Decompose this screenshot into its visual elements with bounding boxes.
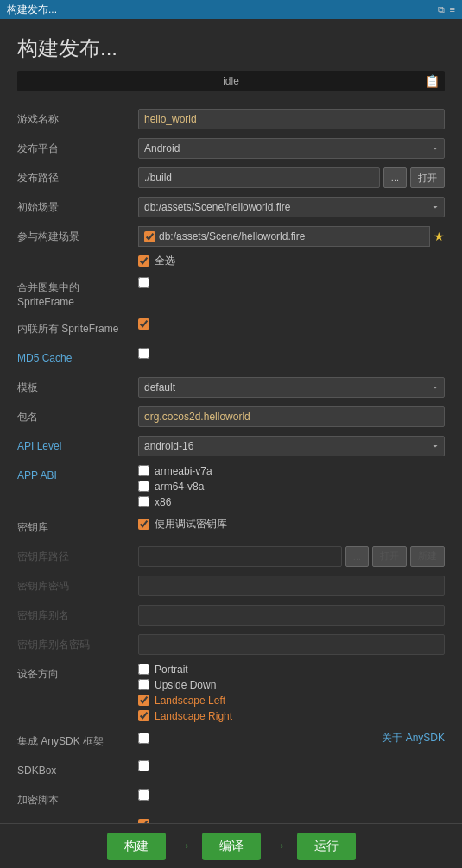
keystore-password-content — [138, 576, 445, 596]
abi-armeabi-label: armeabi-v7a — [155, 465, 212, 477]
abi-arm64-check[interactable] — [138, 481, 149, 492]
inline-sprites-content — [138, 318, 445, 330]
anysdk-check[interactable] — [138, 733, 149, 744]
api-level-row: API Level android-16 android-17 android-… — [17, 436, 445, 456]
orientation-landscape-left-label: Landscape Left — [155, 695, 225, 707]
platform-select[interactable]: Android iOS Web Mobile Web Desktop — [138, 138, 445, 159]
keystore-alias-password-input — [138, 634, 445, 655]
orientation-landscape-right-label: Landscape Right — [155, 710, 232, 722]
platform-row: 发布平台 Android iOS Web Mobile Web Desktop — [17, 138, 445, 159]
abi-item-armeabi: armeabi-v7a — [138, 465, 445, 477]
api-level-label: API Level — [17, 436, 138, 454]
template-label: 模板 — [17, 377, 138, 395]
participate-scene-content: db:/assets/Scene/helloworld.fire ★ 全选 — [138, 226, 445, 268]
initial-scene-select[interactable]: db:/assets/Scene/helloworld.fire — [138, 197, 445, 217]
check-all-row: 全选 — [138, 254, 445, 268]
sdkbox-label: SDKBox — [17, 760, 138, 778]
inline-sprites-label: 内联所有 SpriteFrame — [17, 318, 138, 337]
keystore-password-row: 密钥库密码 — [17, 576, 445, 596]
orientation-upside: Upside Down — [138, 679, 445, 691]
menu-btn[interactable]: ≡ — [450, 4, 455, 16]
orientation-portrait-label: Portrait — [155, 664, 188, 676]
inline-sprites-row: 内联所有 SpriteFrame — [17, 318, 445, 339]
anysdk-inner: 关于 AnySDK — [138, 731, 445, 745]
merge-sprites-content — [138, 277, 445, 288]
orientation-portrait-check[interactable] — [138, 664, 149, 675]
encrypt-script-content — [138, 789, 445, 801]
keystore-row: 密钥库 使用调试密钥库 — [17, 517, 445, 538]
build-path-browse-btn[interactable]: ... — [383, 167, 407, 188]
keystore-alias-input — [138, 605, 445, 626]
restore-btn[interactable]: ⧉ — [438, 4, 445, 16]
scene-item: db:/assets/Scene/helloworld.fire — [138, 226, 430, 247]
app-abi-label: APP ABI — [17, 465, 138, 483]
sdkbox-check[interactable] — [138, 760, 149, 771]
keystore-alias-content — [138, 605, 445, 626]
inline-sprites-check[interactable] — [138, 318, 149, 330]
game-name-input[interactable] — [138, 109, 445, 129]
orientation-landscape-left-check[interactable] — [138, 695, 149, 706]
keystore-open-btn[interactable]: 打开 — [372, 546, 407, 567]
game-name-label: 游戏名称 — [17, 109, 138, 127]
progress-bar-icon[interactable]: 📋 — [425, 74, 440, 88]
keystore-content: 使用调试密钥库 — [138, 517, 445, 531]
package-name-input[interactable] — [138, 406, 445, 427]
anysdk-label: 集成 AnySDK 框架 — [17, 731, 138, 749]
keystore-alias-password-label: 密钥库别名密码 — [17, 634, 138, 652]
keystore-browse-btn[interactable]: ... — [345, 546, 369, 567]
platform-label: 发布平台 — [17, 138, 138, 156]
encrypt-script-check[interactable] — [138, 789, 149, 801]
game-name-row: 游戏名称 — [17, 109, 445, 129]
orientation-upside-check[interactable] — [138, 679, 149, 690]
build-button[interactable]: 构建 — [107, 833, 166, 860]
api-level-select[interactable]: android-16 android-17 android-18 android… — [138, 436, 445, 456]
merge-sprites-row: 合并图集中的 SpriteFrame — [17, 277, 445, 310]
game-name-content — [138, 109, 445, 129]
abi-armeabi-check[interactable] — [138, 465, 149, 476]
anysdk-link[interactable]: 关于 AnySDK — [382, 731, 445, 745]
api-level-content: android-16 android-17 android-18 android… — [138, 436, 445, 456]
scene-item-check[interactable] — [144, 231, 155, 242]
sdkbox-content — [138, 760, 445, 771]
abi-x86-label: x86 — [155, 496, 171, 508]
select-all-label: 全选 — [155, 254, 175, 268]
keystore-check-row: 使用调试密钥库 — [138, 517, 445, 531]
app-abi-row: APP ABI armeabi-v7a arm64-v8a x86 — [17, 465, 445, 508]
participate-scene-row: 参与构建场景 db:/assets/Scene/helloworld.fire … — [17, 226, 445, 268]
md5-row: MD5 Cache — [17, 348, 445, 368]
bottom-bar: 构建 → 编译 → 运行 — [0, 823, 462, 868]
title-bar: 构建发布... ⧉ ≡ — [0, 0, 462, 19]
star-icon[interactable]: ★ — [434, 230, 445, 243]
keystore-alias-row: 密钥库别名 — [17, 605, 445, 626]
template-select[interactable]: default link — [138, 377, 445, 398]
merge-sprites-label: 合并图集中的 SpriteFrame — [17, 277, 138, 310]
orientation-group: Portrait Upside Down Landscape Left Land… — [138, 664, 445, 722]
build-path-open-btn[interactable]: 打开 — [410, 167, 445, 188]
progress-bar-area: idle 📋 — [17, 71, 445, 91]
page-title: 构建发布... — [17, 35, 445, 62]
keystore-check[interactable] — [138, 519, 149, 530]
orientation-upside-label: Upside Down — [155, 679, 216, 691]
build-path-content: ... 打开 — [138, 167, 445, 188]
md5-check[interactable] — [138, 348, 149, 359]
keystore-alias-label: 密钥库别名 — [17, 605, 138, 623]
compile-button[interactable]: 编译 — [202, 833, 261, 860]
select-all-check[interactable] — [138, 255, 149, 267]
encrypt-script-row: 加密脚本 — [17, 789, 445, 810]
abi-item-arm64: arm64-v8a — [138, 481, 445, 493]
md5-content — [138, 348, 445, 359]
build-path-input[interactable] — [138, 167, 380, 188]
abi-x86-check[interactable] — [138, 496, 149, 507]
progress-bar-label: idle — [223, 75, 239, 87]
form-area: 游戏名称 发布平台 Android iOS Web Mobile Web Des… — [0, 102, 462, 823]
initial-scene-content: db:/assets/Scene/helloworld.fire — [138, 197, 445, 217]
keystore-path-label: 密钥库路径 — [17, 546, 138, 564]
keystore-new-btn[interactable]: 新建 — [410, 546, 445, 567]
orientation-label: 设备方向 — [17, 664, 138, 682]
keystore-path-inner: ... 打开 新建 — [138, 546, 445, 567]
merge-sprites-check[interactable] — [138, 277, 149, 288]
keystore-password-label: 密钥库密码 — [17, 576, 138, 594]
orientation-portrait: Portrait — [138, 664, 445, 676]
orientation-landscape-right-check[interactable] — [138, 710, 149, 721]
run-button[interactable]: 运行 — [297, 833, 356, 860]
